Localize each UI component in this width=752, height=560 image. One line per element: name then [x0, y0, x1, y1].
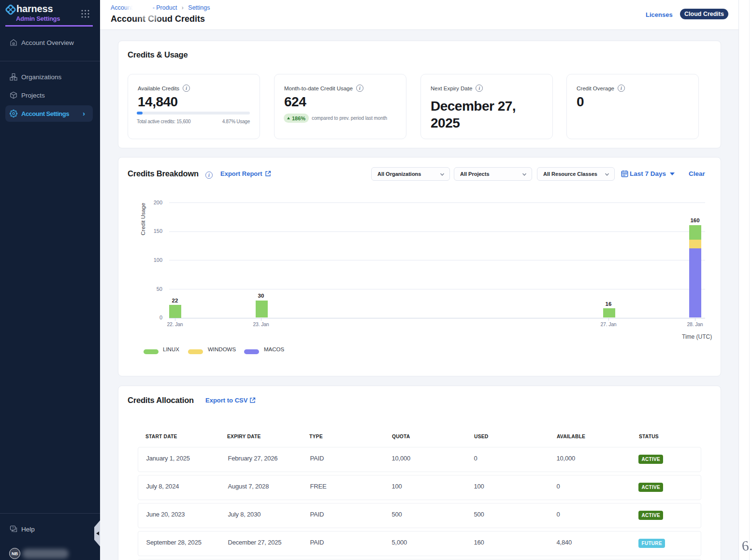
- svg-text:?: ?: [12, 526, 14, 530]
